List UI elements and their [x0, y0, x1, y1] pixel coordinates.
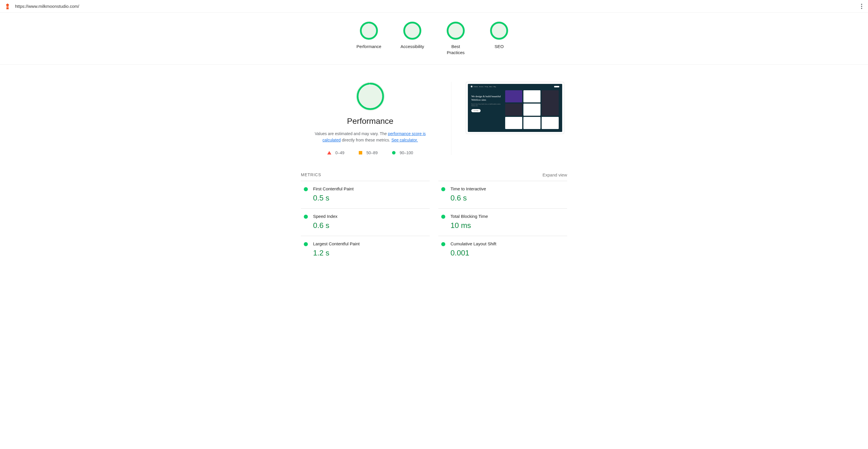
url-text: https://www.milkmoonstudio.com/: [15, 4, 855, 9]
performance-header: 98 Performance Values are estimated and …: [301, 82, 567, 155]
triangle-red-icon: [327, 151, 331, 155]
metric-name: Time to Interactive: [451, 186, 564, 191]
svg-point-11: [490, 22, 508, 40]
status-dot-icon: [441, 187, 445, 191]
metric-value: 10 ms: [451, 221, 564, 230]
metric-tbt[interactable]: Total Blocking Time 10 ms: [438, 208, 567, 236]
performance-title: Performance: [347, 117, 393, 126]
metric-cls[interactable]: Cumulative Layout Shift 0.001: [438, 236, 567, 263]
status-dot-icon: [441, 215, 445, 219]
gauge-icon: 100: [403, 22, 422, 40]
metric-value: 0.6 s: [451, 194, 564, 202]
scores-summary: 98 Performance 100 Accessibility 100 Bes…: [0, 13, 868, 65]
see-calculator-link[interactable]: See calculator.: [392, 138, 418, 142]
metric-lcp[interactable]: Largest Contentful Paint 1.2 s: [301, 236, 430, 263]
metric-name: Total Blocking Time: [451, 214, 564, 219]
lighthouse-icon: [5, 3, 10, 9]
score-seo[interactable]: 100 SEO: [486, 22, 512, 56]
score-label: Best Practices: [443, 43, 469, 56]
svg-rect-0: [7, 6, 8, 7]
metric-name: Cumulative Layout Shift: [451, 241, 564, 246]
metric-tti[interactable]: Time to Interactive 0.6 s: [438, 181, 567, 208]
score-best-practices[interactable]: 100 Best Practices: [443, 22, 469, 56]
legend-pass: 90–100: [392, 151, 413, 155]
score-label: Accessibility: [400, 43, 424, 50]
square-orange-icon: [359, 151, 362, 155]
gauge-icon: 100: [446, 22, 465, 40]
score-label: Performance: [356, 43, 381, 50]
metrics-grid: First Contentful Paint 0.5 s Time to Int…: [301, 181, 567, 263]
status-dot-icon: [441, 242, 445, 246]
page-screenshot-thumbnail[interactable]: Portfolio Services Pricing About Blog We…: [466, 82, 564, 134]
legend-fail: 0–49: [327, 151, 344, 155]
gauge-icon: 100: [490, 22, 508, 40]
expand-view-toggle[interactable]: Expand view: [542, 172, 567, 178]
status-dot-icon: [304, 242, 308, 246]
metrics-header: METRICS Expand view: [301, 172, 567, 178]
score-label: SEO: [494, 43, 504, 50]
performance-description: Values are estimated and may vary. The p…: [307, 130, 434, 143]
metric-name: First Contentful Paint: [313, 186, 427, 191]
score-legend: 0–49 50–89 90–100: [327, 151, 413, 155]
circle-green-icon: [392, 151, 396, 155]
score-accessibility[interactable]: 100 Accessibility: [399, 22, 425, 56]
toolbar: https://www.milkmoonstudio.com/: [0, 0, 868, 13]
metric-fcp[interactable]: First Contentful Paint 0.5 s: [301, 181, 430, 208]
metrics-section-title: METRICS: [301, 172, 321, 177]
status-dot-icon: [304, 215, 308, 219]
status-dot-icon: [304, 187, 308, 191]
svg-point-2: [360, 22, 378, 40]
metric-value: 0.001: [451, 249, 564, 257]
gauge-icon: 98: [356, 82, 385, 111]
svg-point-8: [446, 22, 465, 40]
gauge-icon: 98: [360, 22, 378, 40]
metric-value: 0.5 s: [313, 194, 427, 202]
metric-name: Largest Contentful Paint: [313, 241, 427, 246]
more-menu-button[interactable]: [860, 3, 863, 10]
metric-value: 1.2 s: [313, 249, 427, 257]
metric-value: 0.6 s: [313, 221, 427, 230]
metric-name: Speed Index: [313, 214, 427, 219]
score-performance[interactable]: 98 Performance: [356, 22, 382, 56]
legend-average: 50–89: [359, 151, 378, 155]
metric-speed-index[interactable]: Speed Index 0.6 s: [301, 208, 430, 236]
svg-point-14: [356, 82, 385, 111]
svg-point-5: [403, 22, 422, 40]
main-content: 98 Performance Values are estimated and …: [289, 65, 579, 275]
svg-rect-1: [7, 7, 8, 8]
